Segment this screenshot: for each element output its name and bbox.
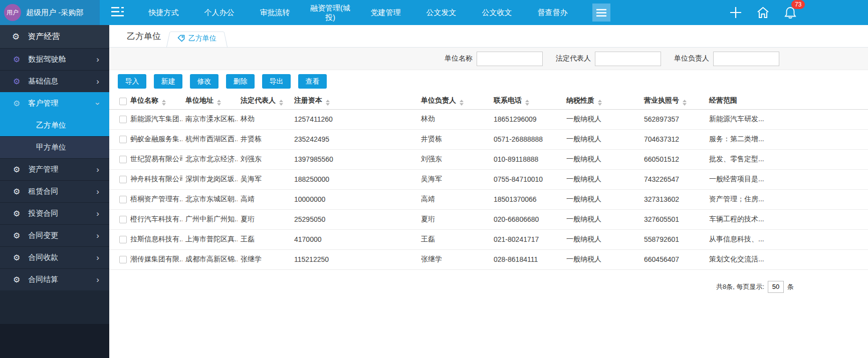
sort-icon[interactable] — [683, 100, 687, 106]
collapse-sidebar-icon[interactable] — [111, 7, 124, 19]
cell-business-scope: 批发、零售定型... — [706, 149, 868, 169]
table-row[interactable]: 新能源汽车集团... 南京市溧水区柘... 林劲 1257411260 林劲 1… — [109, 109, 868, 129]
cell-contact-phone: 18501370066 — [491, 189, 563, 209]
sidebar-item-data-cockpit[interactable]: ⚙ 数据驾驶舱 › — [0, 48, 109, 70]
view-button[interactable]: 查看 — [298, 74, 327, 89]
table-row[interactable]: 潮传媒集团有限... 成都市高新区锦... 张继学 115212250 张继学 … — [109, 249, 868, 269]
row-checkbox[interactable] — [119, 256, 127, 263]
sidebar-item-contract-settlement[interactable]: ⚙ 合同结算 › — [0, 268, 109, 290]
pagination-unit: 条 — [787, 282, 794, 291]
edit-button[interactable]: 修改 — [190, 74, 219, 89]
col-license-no[interactable]: 营业执照号 — [641, 93, 706, 109]
cell-unit-name: 潮传媒集团有限... — [127, 249, 182, 269]
unit-name-input[interactable] — [477, 52, 543, 66]
cell-legal-rep: 井贤栋 — [238, 129, 291, 149]
table-header-row: 单位名称 单位地址 法定代表人 注册资本 单位负责人 联系电话 纳税性质 营业执… — [109, 93, 868, 109]
sidebar-item-investment-contract[interactable]: ⚙ 投资合同 › — [0, 202, 109, 224]
sort-icon[interactable] — [598, 100, 602, 106]
tab-party-b[interactable]: 乙方单位 — [166, 30, 228, 47]
sort-icon[interactable] — [460, 100, 464, 106]
sidebar-item-contract-receipt[interactable]: ⚙ 合同收款 › — [0, 246, 109, 268]
sidebar-item-basic-info[interactable]: ⚙ 基础信息 › — [0, 70, 109, 92]
filter-label-unit-name: 单位名称 — [445, 54, 473, 63]
table-row[interactable]: 世纪贸易有限公司 北京市北京经济... 刘强东 1397985560 刘强东 0… — [109, 149, 868, 169]
col-legal-rep[interactable]: 法定代表人 — [238, 93, 291, 109]
sidebar-subitem-party-a[interactable]: 甲方单位 — [0, 136, 109, 158]
sort-icon[interactable] — [525, 100, 529, 106]
sidebar-item-contract-change[interactable]: ⚙ 合同变更 › — [0, 224, 109, 246]
delete-button[interactable]: 删除 — [226, 74, 255, 89]
cell-registered-capital: 235242495 — [291, 129, 418, 149]
filter-label-unit-manager: 单位负责人 — [674, 54, 709, 63]
cell-unit-address: 深圳市龙岗区坂... — [182, 169, 238, 189]
row-checkbox[interactable] — [119, 216, 127, 223]
col-registered-capital[interactable]: 注册资本 — [291, 93, 418, 109]
row-checkbox[interactable] — [119, 136, 127, 143]
sort-icon[interactable] — [326, 100, 330, 106]
cell-contact-phone: 0755-84710010 — [491, 169, 563, 189]
user-block[interactable]: 用户 超级用户 -采购部 — [0, 0, 100, 25]
col-unit-manager[interactable]: 单位负责人 — [418, 93, 491, 109]
cell-license-no: 660456407 — [641, 249, 706, 269]
sidebar-item-label: 合同收款 — [28, 253, 58, 262]
table-row[interactable]: 梧桐资产管理有... 北京市东城区朝... 高靖 10000000 高靖 185… — [109, 189, 868, 209]
col-unit-name[interactable]: 单位名称 — [127, 93, 182, 109]
bell-icon[interactable]: 73 — [784, 6, 797, 20]
top-menu-item-personal[interactable]: 个人办公 — [191, 8, 247, 18]
sort-icon[interactable] — [217, 100, 221, 106]
topbar: 用户 超级用户 -采购部 快捷方式 个人办公 审批流转 融资管理(城投) 党建管… — [0, 0, 868, 25]
export-button[interactable]: 导出 — [262, 74, 291, 89]
col-unit-address[interactable]: 单位地址 — [182, 93, 238, 109]
top-menu-item-quick[interactable]: 快捷方式 — [136, 8, 191, 18]
col-contact-phone[interactable]: 联系电话 — [491, 93, 563, 109]
top-menu-item-party[interactable]: 党建管理 — [358, 8, 413, 18]
table-row[interactable]: 蚂蚁金融服务集... 杭州市西湖区西... 井贤栋 235242495 井贤栋 … — [109, 129, 868, 149]
sidebar: ⚙ 资产经营 ⚙ 数据驾驶舱 › ⚙ 基础信息 › ⚙ 客户管理 › 乙方单位 … — [0, 25, 109, 358]
create-button[interactable]: 新建 — [154, 74, 182, 89]
cell-business-scope: 策划文化交流活... — [706, 249, 868, 269]
tab-bar: 乙方单位 乙方单位 — [109, 25, 868, 48]
sidebar-item-asset-mgmt[interactable]: ⚙ 资产管理 › — [0, 158, 109, 180]
cell-unit-manager: 林劲 — [418, 109, 491, 129]
chevron-right-icon: › — [96, 55, 99, 65]
table-row[interactable]: 神舟科技有限公司 深圳市龙岗区坂... 吴海军 188250000 吴海军 07… — [109, 169, 868, 189]
row-checkbox[interactable] — [119, 236, 127, 243]
import-button[interactable]: 导入 — [118, 74, 146, 89]
row-checkbox[interactable] — [119, 196, 127, 203]
top-menu-item-doc-receive[interactable]: 公文收文 — [469, 8, 525, 18]
page-size-input[interactable] — [768, 281, 784, 293]
row-checkbox[interactable] — [119, 176, 127, 183]
unit-manager-input[interactable] — [713, 52, 779, 66]
cell-license-no: 327313602 — [641, 189, 706, 209]
top-menu-item-financing[interactable]: 融资管理(城投) — [307, 3, 353, 23]
sidebar-footer — [0, 324, 109, 358]
table-row[interactable]: 拉斯信息科技有... 上海市普陀区真... 王磊 4170000 王磊 021-… — [109, 229, 868, 249]
top-menu-item-doc-send[interactable]: 公文发文 — [413, 8, 469, 18]
chevron-down-icon: › — [93, 102, 103, 105]
row-checkbox[interactable] — [119, 116, 127, 123]
cell-unit-name: 新能源汽车集团... — [127, 109, 182, 129]
col-business-scope: 经营范围 — [706, 93, 868, 109]
cell-business-scope: 资产管理；住房... — [706, 189, 868, 209]
plus-icon[interactable] — [729, 6, 742, 19]
select-all-checkbox[interactable] — [119, 98, 127, 105]
row-checkbox[interactable] — [119, 156, 127, 163]
sort-icon[interactable] — [162, 100, 166, 106]
sidebar-item-customer-mgmt[interactable]: ⚙ 客户管理 › — [0, 92, 109, 114]
gear-icon: ⚙ — [13, 209, 20, 218]
home-icon[interactable] — [756, 6, 770, 19]
sidebar-subitem-party-b[interactable]: 乙方单位 — [0, 114, 109, 136]
cell-registered-capital: 25295050 — [291, 209, 418, 229]
sidebar-item-lease-contract[interactable]: ⚙ 租赁合同 › — [0, 180, 109, 202]
sort-icon[interactable] — [279, 100, 283, 106]
more-menu-icon[interactable] — [592, 4, 610, 22]
col-tax-type[interactable]: 纳税性质 — [563, 93, 641, 109]
table-row[interactable]: 橙行汽车科技有... 广州中新广州知... 夏珩 25295050 夏珩 020… — [109, 209, 868, 229]
cell-unit-manager: 王磊 — [418, 229, 491, 249]
gear-icon: ⚙ — [13, 187, 20, 196]
top-menu-item-approval[interactable]: 审批流转 — [247, 8, 303, 18]
legal-rep-input[interactable] — [595, 52, 661, 66]
cell-unit-manager: 高靖 — [418, 189, 491, 209]
cell-unit-name: 橙行汽车科技有... — [127, 209, 182, 229]
top-menu-item-supervision[interactable]: 督查督办 — [525, 8, 580, 18]
